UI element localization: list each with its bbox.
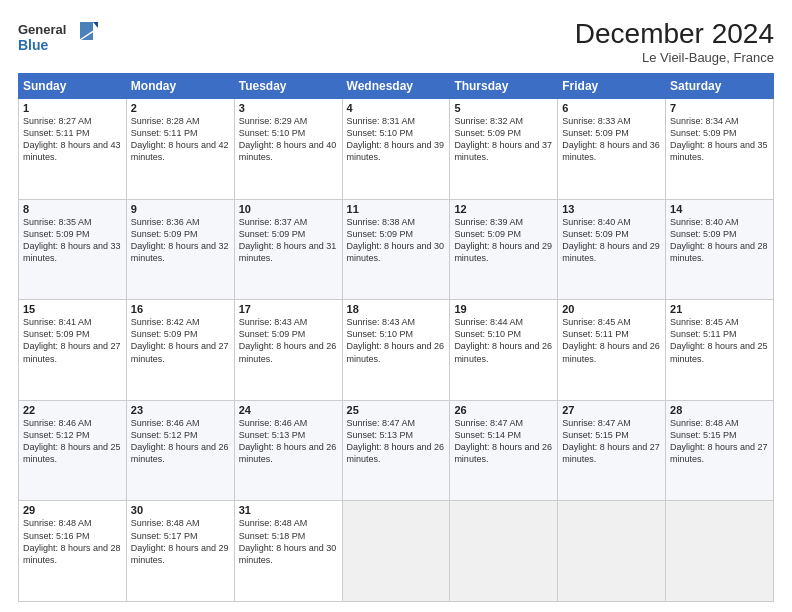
calendar-cell: 30Sunrise: 8:48 AMSunset: 5:17 PMDayligh… [126, 501, 234, 602]
month-title: December 2024 [575, 18, 774, 50]
day-info: Sunrise: 8:46 AMSunset: 5:12 PMDaylight:… [131, 417, 230, 466]
logo-svg: General Blue [18, 18, 98, 56]
day-number: 24 [239, 404, 338, 416]
day-info: Sunrise: 8:41 AMSunset: 5:09 PMDaylight:… [23, 316, 122, 365]
day-number: 6 [562, 102, 661, 114]
day-number: 11 [347, 203, 446, 215]
day-number: 29 [23, 504, 122, 516]
calendar-table: SundayMondayTuesdayWednesdayThursdayFrid… [18, 73, 774, 602]
day-info: Sunrise: 8:47 AMSunset: 5:15 PMDaylight:… [562, 417, 661, 466]
day-info: Sunrise: 8:36 AMSunset: 5:09 PMDaylight:… [131, 216, 230, 265]
calendar-cell: 18Sunrise: 8:43 AMSunset: 5:10 PMDayligh… [342, 300, 450, 401]
calendar-header-row: SundayMondayTuesdayWednesdayThursdayFrid… [19, 74, 774, 99]
svg-marker-2 [80, 22, 93, 40]
day-number: 9 [131, 203, 230, 215]
header-day-wednesday: Wednesday [342, 74, 450, 99]
day-number: 1 [23, 102, 122, 114]
calendar-cell: 7Sunrise: 8:34 AMSunset: 5:09 PMDaylight… [666, 99, 774, 200]
calendar-cell: 8Sunrise: 8:35 AMSunset: 5:09 PMDaylight… [19, 199, 127, 300]
calendar-cell: 10Sunrise: 8:37 AMSunset: 5:09 PMDayligh… [234, 199, 342, 300]
day-number: 17 [239, 303, 338, 315]
day-number: 23 [131, 404, 230, 416]
week-row-4: 22Sunrise: 8:46 AMSunset: 5:12 PMDayligh… [19, 400, 774, 501]
calendar-cell: 2Sunrise: 8:28 AMSunset: 5:11 PMDaylight… [126, 99, 234, 200]
calendar-cell: 21Sunrise: 8:45 AMSunset: 5:11 PMDayligh… [666, 300, 774, 401]
calendar-cell: 14Sunrise: 8:40 AMSunset: 5:09 PMDayligh… [666, 199, 774, 300]
day-number: 28 [670, 404, 769, 416]
day-info: Sunrise: 8:33 AMSunset: 5:09 PMDaylight:… [562, 115, 661, 164]
day-info: Sunrise: 8:32 AMSunset: 5:09 PMDaylight:… [454, 115, 553, 164]
day-number: 15 [23, 303, 122, 315]
day-number: 20 [562, 303, 661, 315]
day-number: 31 [239, 504, 338, 516]
day-info: Sunrise: 8:27 AMSunset: 5:11 PMDaylight:… [23, 115, 122, 164]
day-info: Sunrise: 8:40 AMSunset: 5:09 PMDaylight:… [670, 216, 769, 265]
day-number: 2 [131, 102, 230, 114]
location: Le Vieil-Bauge, France [575, 50, 774, 65]
day-info: Sunrise: 8:43 AMSunset: 5:10 PMDaylight:… [347, 316, 446, 365]
day-number: 27 [562, 404, 661, 416]
calendar-cell [342, 501, 450, 602]
week-row-3: 15Sunrise: 8:41 AMSunset: 5:09 PMDayligh… [19, 300, 774, 401]
calendar-cell: 28Sunrise: 8:48 AMSunset: 5:15 PMDayligh… [666, 400, 774, 501]
calendar-cell [558, 501, 666, 602]
day-info: Sunrise: 8:48 AMSunset: 5:17 PMDaylight:… [131, 517, 230, 566]
week-row-1: 1Sunrise: 8:27 AMSunset: 5:11 PMDaylight… [19, 99, 774, 200]
calendar-cell [666, 501, 774, 602]
day-number: 3 [239, 102, 338, 114]
day-info: Sunrise: 8:48 AMSunset: 5:18 PMDaylight:… [239, 517, 338, 566]
day-info: Sunrise: 8:48 AMSunset: 5:16 PMDaylight:… [23, 517, 122, 566]
day-info: Sunrise: 8:28 AMSunset: 5:11 PMDaylight:… [131, 115, 230, 164]
calendar-cell: 5Sunrise: 8:32 AMSunset: 5:09 PMDaylight… [450, 99, 558, 200]
day-info: Sunrise: 8:44 AMSunset: 5:10 PMDaylight:… [454, 316, 553, 365]
header-day-friday: Friday [558, 74, 666, 99]
header-day-saturday: Saturday [666, 74, 774, 99]
calendar-cell: 9Sunrise: 8:36 AMSunset: 5:09 PMDaylight… [126, 199, 234, 300]
day-info: Sunrise: 8:45 AMSunset: 5:11 PMDaylight:… [562, 316, 661, 365]
calendar-cell: 31Sunrise: 8:48 AMSunset: 5:18 PMDayligh… [234, 501, 342, 602]
day-number: 14 [670, 203, 769, 215]
calendar-cell: 12Sunrise: 8:39 AMSunset: 5:09 PMDayligh… [450, 199, 558, 300]
calendar-cell: 1Sunrise: 8:27 AMSunset: 5:11 PMDaylight… [19, 99, 127, 200]
calendar-cell [450, 501, 558, 602]
calendar-cell: 4Sunrise: 8:31 AMSunset: 5:10 PMDaylight… [342, 99, 450, 200]
day-number: 13 [562, 203, 661, 215]
day-info: Sunrise: 8:31 AMSunset: 5:10 PMDaylight:… [347, 115, 446, 164]
day-info: Sunrise: 8:43 AMSunset: 5:09 PMDaylight:… [239, 316, 338, 365]
day-info: Sunrise: 8:42 AMSunset: 5:09 PMDaylight:… [131, 316, 230, 365]
calendar-cell: 11Sunrise: 8:38 AMSunset: 5:09 PMDayligh… [342, 199, 450, 300]
logo: General Blue [18, 18, 98, 60]
day-number: 7 [670, 102, 769, 114]
day-info: Sunrise: 8:40 AMSunset: 5:09 PMDaylight:… [562, 216, 661, 265]
day-number: 4 [347, 102, 446, 114]
day-info: Sunrise: 8:35 AMSunset: 5:09 PMDaylight:… [23, 216, 122, 265]
day-info: Sunrise: 8:47 AMSunset: 5:14 PMDaylight:… [454, 417, 553, 466]
svg-text:Blue: Blue [18, 37, 49, 53]
day-info: Sunrise: 8:48 AMSunset: 5:15 PMDaylight:… [670, 417, 769, 466]
calendar-body: 1Sunrise: 8:27 AMSunset: 5:11 PMDaylight… [19, 99, 774, 602]
calendar-cell: 6Sunrise: 8:33 AMSunset: 5:09 PMDaylight… [558, 99, 666, 200]
calendar-cell: 27Sunrise: 8:47 AMSunset: 5:15 PMDayligh… [558, 400, 666, 501]
calendar-cell: 20Sunrise: 8:45 AMSunset: 5:11 PMDayligh… [558, 300, 666, 401]
header-day-thursday: Thursday [450, 74, 558, 99]
calendar-cell: 23Sunrise: 8:46 AMSunset: 5:12 PMDayligh… [126, 400, 234, 501]
page: General Blue December 2024 Le Vieil-Baug… [0, 0, 792, 612]
day-info: Sunrise: 8:45 AMSunset: 5:11 PMDaylight:… [670, 316, 769, 365]
calendar-cell: 29Sunrise: 8:48 AMSunset: 5:16 PMDayligh… [19, 501, 127, 602]
day-info: Sunrise: 8:39 AMSunset: 5:09 PMDaylight:… [454, 216, 553, 265]
week-row-5: 29Sunrise: 8:48 AMSunset: 5:16 PMDayligh… [19, 501, 774, 602]
svg-marker-3 [93, 22, 98, 28]
day-number: 21 [670, 303, 769, 315]
day-info: Sunrise: 8:29 AMSunset: 5:10 PMDaylight:… [239, 115, 338, 164]
calendar-cell: 3Sunrise: 8:29 AMSunset: 5:10 PMDaylight… [234, 99, 342, 200]
calendar-cell: 26Sunrise: 8:47 AMSunset: 5:14 PMDayligh… [450, 400, 558, 501]
day-number: 12 [454, 203, 553, 215]
title-block: December 2024 Le Vieil-Bauge, France [575, 18, 774, 65]
calendar-cell: 16Sunrise: 8:42 AMSunset: 5:09 PMDayligh… [126, 300, 234, 401]
day-number: 8 [23, 203, 122, 215]
day-number: 10 [239, 203, 338, 215]
calendar-cell: 25Sunrise: 8:47 AMSunset: 5:13 PMDayligh… [342, 400, 450, 501]
day-number: 5 [454, 102, 553, 114]
day-info: Sunrise: 8:46 AMSunset: 5:12 PMDaylight:… [23, 417, 122, 466]
calendar-cell: 24Sunrise: 8:46 AMSunset: 5:13 PMDayligh… [234, 400, 342, 501]
